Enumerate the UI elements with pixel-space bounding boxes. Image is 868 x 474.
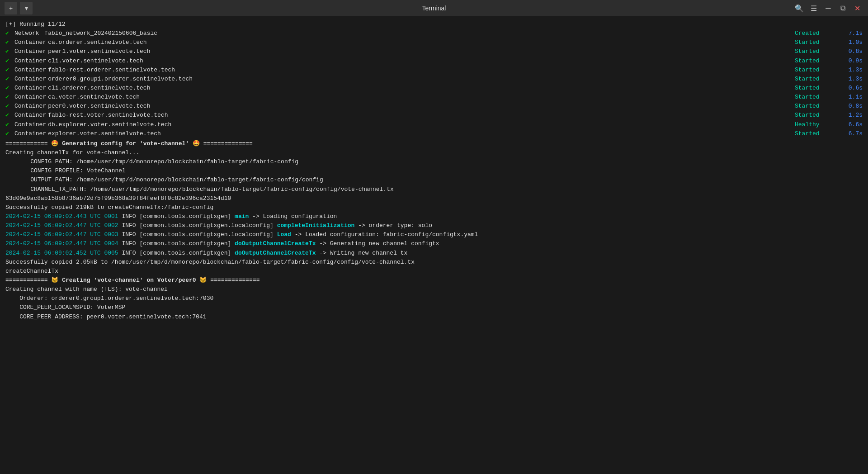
running-text: [+] Running 11/12 (5, 20, 66, 29)
container-line: ✔Containerfablo-rest.voter.sentinelvote.… (5, 111, 863, 120)
container-status: Started (795, 75, 840, 84)
log-arrow: -> (249, 212, 263, 221)
container-label: Container (14, 57, 46, 66)
menu-button[interactable]: ☰ (807, 2, 820, 14)
check-icon: ✔ (5, 75, 14, 84)
container-time: 1.1s (840, 93, 863, 102)
container-status: Started (795, 93, 840, 102)
container-line: ✔Containercli.voter.sentinelvote.techSta… (5, 57, 863, 66)
log-timestamp: 2024-02-15 06:09:02.447 UTC 0004 (5, 239, 118, 248)
separator1: ============ 🤩 Generating config for 'vo… (5, 139, 863, 148)
log-module: [common.tools.configtxgen] (139, 239, 235, 248)
container-status: Started (795, 84, 840, 93)
new-tab-button[interactable]: + (5, 2, 17, 14)
container-label: Container (14, 120, 46, 129)
check-icon: ✔ (5, 84, 14, 93)
container-status: Healthy (795, 120, 840, 129)
container-time: 1.0s (840, 38, 863, 47)
minimize-icon: ─ (826, 4, 830, 12)
check-icon: ✔ (5, 93, 14, 102)
container-name: fablo_network_202402150606_basic (44, 29, 791, 38)
container-status: Started (795, 129, 840, 138)
container-name: cli.orderer.sentinelvote.tech (48, 84, 791, 93)
container-line: ✔Containerdb.explorer.voter.sentinelvote… (5, 120, 863, 129)
check-icon: ✔ (5, 57, 14, 66)
check-icon: ✔ (5, 29, 14, 38)
log-module: [common.tools.configtxgen] (139, 212, 235, 221)
log-timestamp: 2024-02-15 06:09:02.443 UTC 0001 (5, 212, 118, 221)
container-time: 1.2s (840, 111, 863, 120)
container-time: 7.1s (840, 29, 863, 38)
check-icon: ✔ (5, 120, 14, 129)
check-icon: ✔ (5, 47, 14, 56)
log-msg: Generating new channel configtx (330, 239, 439, 248)
container-label: Container (14, 66, 46, 75)
core-peer-localmspid: CORE_PEER_LOCALMSPID: VoterMSP (5, 303, 863, 312)
log-module: [common.tools.configtxgen.localconfig] (139, 221, 277, 230)
log-msg: orderer type: solo (369, 221, 432, 230)
log-arrow: -> (354, 221, 368, 230)
container-line: ✔Containerorderer0.group1.orderer.sentin… (5, 75, 863, 84)
core-peer-address: CORE_PEER_ADDRESS: peer0.voter.sentinelv… (5, 313, 863, 322)
container-label: Container (14, 129, 46, 138)
log-line: 2024-02-15 06:09:02.447 UTC 0003 INFO [c… (5, 230, 863, 239)
container-line: ✔Network fablo_network_202402150606_basi… (5, 29, 863, 38)
window-title: Terminal (422, 5, 446, 12)
plus-icon: + (9, 5, 13, 12)
container-status: Started (795, 57, 840, 66)
log-line: 2024-02-15 06:09:02.447 UTC 0002 INFO [c… (5, 221, 863, 230)
container-line: ✔Containerca.voter.sentinelvote.techStar… (5, 93, 863, 102)
container-name: orderer0.group1.orderer.sentinelvote.tec… (48, 75, 791, 84)
creating-channel: Creating channel with name (TLS): vote-c… (5, 285, 863, 294)
log-lines: 2024-02-15 06:09:02.443 UTC 0001 INFO [c… (5, 212, 863, 258)
close-icon: ✕ (854, 4, 860, 13)
container-status: Started (795, 47, 840, 56)
close-button[interactable]: ✕ (851, 2, 863, 14)
container-label: Container (14, 84, 46, 93)
log-func: main (235, 212, 249, 221)
container-line: ✔Containerpeer0.voter.sentinelvote.techS… (5, 102, 863, 111)
container-name: fablo-rest.orderer.sentinelvote.tech (48, 66, 791, 75)
log-line: 2024-02-15 06:09:02.447 UTC 0004 INFO [c… (5, 239, 863, 248)
container-label: Container (14, 102, 46, 111)
running-line: [+] Running 11/12 (5, 20, 863, 29)
container-line: ✔Containerexplorer.voter.sentinelvote.te… (5, 129, 863, 138)
container-time: 0.9s (840, 57, 863, 66)
menu-icon: ☰ (811, 4, 817, 13)
container-name: peer0.voter.sentinelvote.tech (48, 102, 791, 111)
log-module: [common.tools.configtxgen] (139, 249, 235, 258)
container-name: peer1.voter.sentinelvote.tech (48, 47, 791, 56)
minimize-button[interactable]: ─ (822, 2, 835, 14)
container-list: ✔Network fablo_network_202402150606_basi… (5, 29, 863, 138)
container-name: cli.voter.sentinelvote.tech (48, 57, 791, 66)
log-arrow: -> (316, 239, 330, 248)
restore-button[interactable]: ⧉ (836, 2, 849, 14)
container-line: ✔Containerca.orderer.sentinelvote.techSt… (5, 38, 863, 47)
terminal-output: [+] Running 11/12 ✔Network fablo_network… (0, 16, 868, 474)
titlebar-controls: 🔍 ☰ ─ ⧉ ✕ (793, 2, 863, 14)
hash-line: 63d09e9ac8ab158b8736ab72d75f99b368a39f84… (5, 194, 863, 203)
search-icon: 🔍 (795, 4, 804, 13)
log-line: 2024-02-15 06:09:02.452 UTC 0005 INFO [c… (5, 249, 863, 258)
dropdown-button[interactable]: ▾ (20, 2, 33, 14)
restore-icon: ⧉ (840, 4, 845, 12)
log-func: Load (277, 230, 291, 239)
container-name: db.explorer.voter.sentinelvote.tech (48, 120, 791, 129)
container-time: 0.6s (840, 84, 863, 93)
container-label: Container (14, 111, 46, 120)
log-level: INFO (118, 221, 140, 230)
copy-success1: Successfully copied 219kB to createChann… (5, 203, 863, 212)
config-path-line: CONFIG_PATH: /home/user/tmp/d/monorepo/b… (5, 157, 863, 166)
search-button[interactable]: 🔍 (793, 2, 806, 14)
channel-tx-path-line: CHANNEL_TX_PATH: /home/user/tmp/d/monore… (5, 185, 863, 194)
container-line: ✔Containerpeer1.voter.sentinelvote.techS… (5, 47, 863, 56)
log-msg: Loading configuration (263, 212, 337, 221)
container-line: ✔Containercli.orderer.sentinelvote.techS… (5, 84, 863, 93)
container-label: Container (14, 75, 46, 84)
container-name: ca.voter.sentinelvote.tech (48, 93, 791, 102)
container-label: Container (14, 93, 46, 102)
log-func: completeInitialization (277, 221, 355, 230)
log-func: doOutputChannelCreateTx (235, 249, 316, 258)
container-name: ca.orderer.sentinelvote.tech (48, 38, 791, 47)
separator2: ============ 🐱 Creating 'vote-channel' o… (5, 276, 863, 285)
